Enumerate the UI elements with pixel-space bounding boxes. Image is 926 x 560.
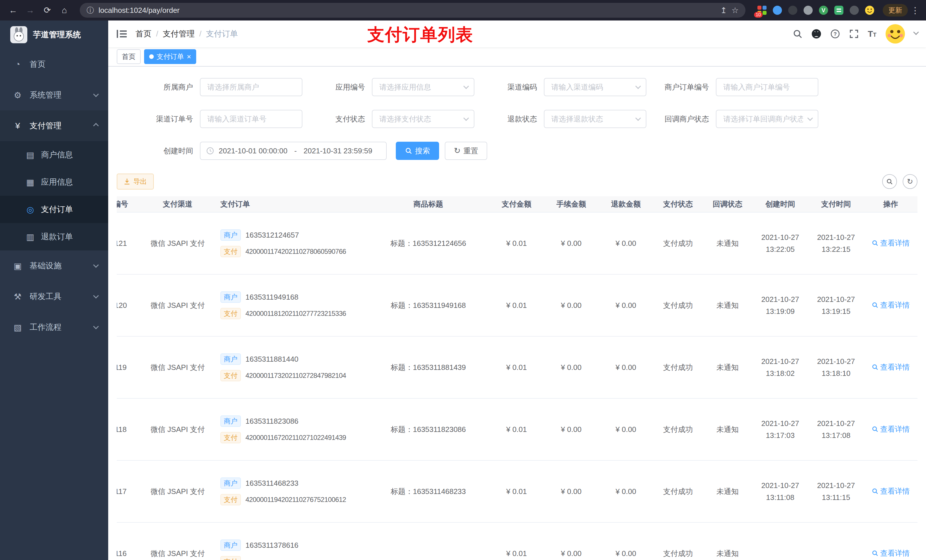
orders-table: 编号 支付渠道 支付订单 商品标题 支付金额 手续金额 退款金额 支付状态 回调… xyxy=(117,196,917,560)
cell-refund: ¥ 0.00 xyxy=(599,398,653,460)
extensions-grid-icon[interactable]: 10 xyxy=(757,5,767,15)
export-button[interactable]: 导出 xyxy=(117,174,154,190)
cell-actions: 查看详情 xyxy=(864,337,917,398)
col-title: 商品标题 xyxy=(367,196,489,212)
breadcrumb-payment[interactable]: 支付管理 xyxy=(163,29,195,39)
cell-order: 商户1635311823086 支付4200001167202110271022… xyxy=(215,398,367,460)
site-info-icon[interactable]: ⓘ xyxy=(86,5,94,15)
tab-pay-order[interactable]: 支付订单 × xyxy=(144,49,196,64)
sidebar-item-workflow[interactable]: ▧ 工作流程 xyxy=(0,312,108,343)
view-detail-link[interactable]: 查看详情 xyxy=(872,424,910,434)
extension-vue-icon[interactable]: V xyxy=(819,5,829,15)
payment-submenu: ▤ 商户信息 ▦ 应用信息 ◎ 支付订单 ▥ 退款订单 xyxy=(0,141,108,251)
refund-status-select[interactable] xyxy=(544,110,646,128)
cell-order: 商户1635311468233 支付4200001194202110276752… xyxy=(215,460,367,522)
extension-badge: 10 xyxy=(754,12,763,18)
merchant-select[interactable] xyxy=(200,78,303,96)
github-icon[interactable] xyxy=(811,29,822,39)
merchant-order-no-input[interactable] xyxy=(716,78,819,96)
cell-create-time: 2021-10-2713:17:03 xyxy=(752,398,808,460)
toggle-search-button[interactable] xyxy=(882,174,897,189)
table-row: 117 微信 JSAPI 支付 商户1635311468233 支付420000… xyxy=(117,460,917,522)
view-detail-link[interactable]: 查看详情 xyxy=(872,300,910,310)
search-icon xyxy=(872,302,878,308)
extension-gray-icon[interactable] xyxy=(803,5,813,15)
filter-label: 商户订单编号 xyxy=(661,82,716,92)
question-icon[interactable]: ? xyxy=(830,29,840,39)
extension-emoji-icon[interactable] xyxy=(864,5,875,15)
col-order: 支付订单 xyxy=(215,196,367,212)
app-logo[interactable]: 芋道管理系统 xyxy=(0,21,108,49)
table-header-row: 编号 支付渠道 支付订单 商品标题 支付金额 手续金额 退款金额 支付状态 回调… xyxy=(117,196,917,212)
cell-create-time: 2021-10-2713:22:05 xyxy=(752,212,808,274)
filter-label: 渠道编码 xyxy=(489,82,544,92)
avatar-dropdown-caret[interactable] xyxy=(913,29,919,35)
address-bar[interactable]: ⓘ localhost:1024/pay/order ↥ ☆ xyxy=(80,3,746,18)
browser-menu-icon[interactable]: ⋮ xyxy=(910,5,920,15)
font-size-icon[interactable]: TT xyxy=(868,29,876,39)
cell-amount: ¥ 0.01 xyxy=(489,337,544,398)
cell-order: 商户1635311881440 支付4200001173202110272847… xyxy=(215,337,367,398)
view-detail-link[interactable]: 查看详情 xyxy=(872,238,910,248)
search-icon xyxy=(405,147,412,154)
cell-order: 商户1635312124657 支付4200001174202110278060… xyxy=(215,212,367,274)
breadcrumb-home[interactable]: 首页 xyxy=(136,29,151,39)
view-detail-link[interactable]: 查看详情 xyxy=(872,548,910,558)
browser-reload-icon[interactable]: ⟳ xyxy=(40,3,54,18)
cell-id: 117 xyxy=(117,460,141,522)
refresh-table-button[interactable]: ↻ xyxy=(903,174,917,189)
sidebar-item-devtools[interactable]: ⚒ 研发工具 xyxy=(0,281,108,312)
view-detail-link[interactable]: 查看详情 xyxy=(872,362,910,372)
chevron-up-icon xyxy=(93,123,99,128)
share-icon[interactable]: ↥ xyxy=(720,6,727,15)
app-id-select[interactable] xyxy=(372,78,474,96)
cell-amount: ¥ 0.01 xyxy=(489,398,544,460)
bookmark-star-icon[interactable]: ☆ xyxy=(731,6,738,15)
tab-close-icon[interactable]: × xyxy=(187,53,191,60)
cell-status: 支付成功 xyxy=(653,398,703,460)
url-text[interactable]: localhost:1024/pay/order xyxy=(98,6,716,15)
fullscreen-icon[interactable] xyxy=(849,29,859,39)
sidebar-item-system[interactable]: ⚙ 系统管理 xyxy=(0,80,108,110)
sidebar-item-merchant-info[interactable]: ▤ 商户信息 xyxy=(0,141,108,169)
filter-label: 渠道订单号 xyxy=(145,114,200,124)
col-refund: 退款金额 xyxy=(599,196,653,212)
tab-home[interactable]: 首页 xyxy=(117,49,141,64)
sidebar-item-refund-order[interactable]: ▥ 退款订单 xyxy=(0,223,108,251)
cell-refund: ¥ 0.00 xyxy=(599,212,653,274)
navbar-actions: ? TT xyxy=(793,24,918,44)
view-detail-link[interactable]: 查看详情 xyxy=(872,486,910,496)
sidebar-item-app-info[interactable]: ▦ 应用信息 xyxy=(0,169,108,196)
table-row: 121 微信 JSAPI 支付 商户1635312124657 支付420000… xyxy=(117,212,917,274)
search-icon[interactable] xyxy=(793,29,803,39)
filter-label: 支付状态 xyxy=(317,114,372,124)
col-create-time: 创建时间 xyxy=(752,196,808,212)
channel-code-select[interactable] xyxy=(544,78,646,96)
browser-chrome: ← → ⟳ ⌂ ⓘ localhost:1024/pay/order ↥ ☆ 1… xyxy=(0,0,926,21)
search-button[interactable]: 搜索 xyxy=(396,142,439,160)
sidebar-item-infra[interactable]: ▣ 基础设施 xyxy=(0,251,108,281)
sidebar-item-payment[interactable]: ¥ 支付管理 xyxy=(0,110,108,141)
refresh-icon: ↻ xyxy=(907,177,913,186)
reset-button[interactable]: ↻ 重置 xyxy=(445,142,487,160)
user-avatar[interactable] xyxy=(885,24,905,44)
extension-chat-icon[interactable] xyxy=(834,5,844,15)
refund-doc-icon: ▥ xyxy=(25,232,35,242)
browser-update-button[interactable]: 更新 xyxy=(883,4,908,17)
extension-pin-icon[interactable] xyxy=(849,5,859,15)
create-time-range-picker[interactable]: 2021-10-01 00:00:00 - 2021-10-31 23:59:5… xyxy=(200,142,387,160)
browser-home-icon[interactable]: ⌂ xyxy=(57,3,72,18)
channel-order-no-input[interactable] xyxy=(200,110,303,128)
notify-status-select[interactable] xyxy=(716,110,819,128)
merchant-order-no: 1635311823086 xyxy=(245,417,298,426)
cell-actions: 查看详情 xyxy=(864,212,917,274)
pay-status-select[interactable] xyxy=(372,110,474,128)
extension-dark-icon[interactable] xyxy=(788,5,798,15)
extension-blue-icon[interactable] xyxy=(772,5,782,15)
browser-back-icon[interactable]: ← xyxy=(6,3,21,18)
sidebar-item-pay-order[interactable]: ◎ 支付订单 xyxy=(0,196,108,223)
cell-order: 商户1635311949168 支付4200001181202110277723… xyxy=(215,274,367,337)
menu-fold-icon[interactable] xyxy=(116,28,127,39)
browser-forward-icon[interactable]: → xyxy=(23,3,38,18)
sidebar-item-home[interactable]: ◔ 首页 xyxy=(0,49,108,80)
